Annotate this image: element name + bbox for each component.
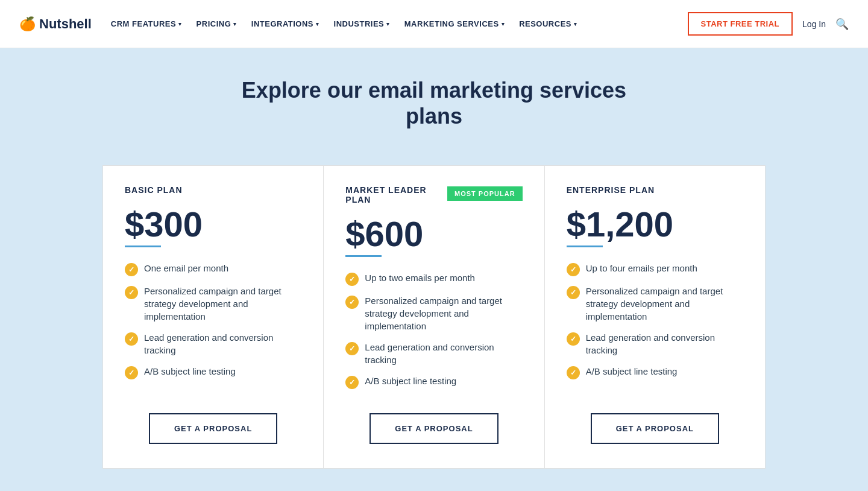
- basic-plan-underline: [125, 246, 161, 247]
- logo-text: Nutshell: [39, 16, 92, 32]
- chevron-down-icon: ▾: [502, 21, 505, 27]
- list-item: A/B subject line testing: [567, 365, 743, 379]
- list-item: Lead generation and conversion tracking: [345, 341, 522, 366]
- feature-text: Personalized campaign and target strateg…: [144, 285, 301, 323]
- chevron-down-icon: ▾: [316, 21, 319, 27]
- list-item: Lead generation and conversion tracking: [125, 331, 301, 356]
- list-item: One email per month: [125, 262, 301, 276]
- basic-plan-features: One email per month Personalized campaig…: [125, 262, 301, 379]
- nav-item-pricing[interactable]: PRICING ▾: [197, 19, 237, 28]
- list-item: Up to two emails per month: [345, 271, 522, 286]
- feature-text: Lead generation and conversion tracking: [144, 331, 301, 356]
- enterprise-plan-card: ENTERPRISE PLAN $1,200 Up to four emails…: [544, 165, 766, 469]
- market-leader-badge-row: MARKET LEADER PLAN MOST POPULAR: [345, 185, 522, 209]
- market-leader-plan-name: MARKET LEADER PLAN: [345, 185, 440, 204]
- market-leader-plan-features: Up to two emails per month Personalized …: [345, 271, 522, 389]
- chevron-down-icon: ▾: [386, 21, 390, 27]
- market-leader-plan-footer: GET A PROPOSAL: [345, 413, 522, 444]
- list-item: Lead generation and conversion tracking: [567, 331, 743, 356]
- enterprise-plan-price: $1,200: [567, 207, 743, 242]
- market-leader-plan-underline: [345, 255, 382, 257]
- nav-right: START FREE TRIAL Log In 🔍: [688, 12, 849, 36]
- check-icon: [345, 376, 359, 389]
- chevron-down-icon: ▾: [233, 21, 237, 27]
- feature-text: A/B subject line testing: [586, 365, 678, 378]
- basic-plan-name: BASIC PLAN: [125, 185, 301, 195]
- cards-wrapper: BASIC PLAN $300 One email per month Pers…: [102, 165, 766, 469]
- basic-plan-inner: BASIC PLAN $300 One email per month Pers…: [125, 185, 301, 444]
- feature-text: Lead generation and conversion tracking: [365, 341, 522, 366]
- basic-plan-price: $300: [125, 207, 301, 242]
- feature-text: Personalized campaign and target strateg…: [586, 285, 743, 323]
- chevron-down-icon: ▾: [574, 21, 577, 27]
- check-icon: [345, 296, 359, 309]
- check-icon: [125, 263, 138, 276]
- chevron-down-icon: ▾: [178, 21, 182, 27]
- logo[interactable]: 🍊 Nutshell: [19, 16, 92, 32]
- basic-plan-card: BASIC PLAN $300 One email per month Pers…: [102, 165, 323, 469]
- feature-text: A/B subject line testing: [365, 375, 456, 387]
- enterprise-plan-features: Up to four emails per month Personalized…: [567, 262, 743, 379]
- check-icon: [345, 342, 359, 355]
- feature-text: A/B subject line testing: [144, 365, 236, 378]
- check-icon: [567, 263, 580, 276]
- feature-text: Lead generation and conversion tracking: [586, 331, 743, 356]
- login-button[interactable]: Log In: [802, 19, 826, 29]
- list-item: Personalized campaign and target strateg…: [567, 285, 743, 323]
- basic-plan-cta-button[interactable]: GET A PROPOSAL: [149, 413, 277, 444]
- market-leader-plan-price: $600: [345, 217, 522, 252]
- feature-text: One email per month: [144, 262, 228, 274]
- hero-title: Explore our email marketing services pla…: [223, 77, 645, 129]
- list-item: Personalized campaign and target strateg…: [345, 294, 522, 332]
- search-icon[interactable]: 🔍: [835, 17, 849, 31]
- nav-item-industries[interactable]: INDUSTRIES ▾: [334, 19, 390, 28]
- check-icon: [125, 286, 138, 299]
- market-leader-plan-card: MARKET LEADER PLAN MOST POPULAR $600 Up …: [323, 165, 544, 469]
- feature-text: Up to two emails per month: [365, 271, 475, 284]
- enterprise-plan-footer: GET A PROPOSAL: [567, 413, 743, 444]
- check-icon: [567, 366, 580, 379]
- list-item: Personalized campaign and target strateg…: [125, 285, 301, 323]
- feature-text: Up to four emails per month: [586, 262, 697, 274]
- start-free-trial-button[interactable]: START FREE TRIAL: [688, 12, 793, 36]
- check-icon: [567, 286, 580, 299]
- enterprise-plan-underline: [567, 246, 603, 247]
- feature-text: Personalized campaign and target strateg…: [365, 294, 522, 332]
- nav-item-crm-features[interactable]: CRM FEATURES ▾: [111, 19, 182, 28]
- most-popular-badge: MOST POPULAR: [447, 186, 523, 201]
- market-leader-plan-inner: MARKET LEADER PLAN MOST POPULAR $600 Up …: [345, 185, 522, 444]
- list-item: A/B subject line testing: [345, 375, 522, 389]
- check-icon: [345, 273, 359, 286]
- check-icon: [125, 366, 138, 379]
- enterprise-plan-cta-button[interactable]: GET A PROPOSAL: [591, 413, 719, 444]
- nav-item-resources[interactable]: RESOURCES ▾: [519, 19, 577, 28]
- nav-left: 🍊 Nutshell CRM FEATURES ▾ PRICING ▾ INTE…: [19, 16, 577, 32]
- logo-icon: 🍊: [19, 16, 36, 32]
- basic-plan-footer: GET A PROPOSAL: [125, 413, 301, 444]
- check-icon: [125, 332, 138, 346]
- enterprise-plan-name: ENTERPRISE PLAN: [567, 185, 743, 195]
- enterprise-plan-inner: ENTERPRISE PLAN $1,200 Up to four emails…: [567, 185, 743, 444]
- hero-section: Explore our email marketing services pla…: [0, 48, 868, 165]
- nav-menu: CRM FEATURES ▾ PRICING ▾ INTEGRATIONS ▾ …: [111, 19, 577, 28]
- nav-item-integrations[interactable]: INTEGRATIONS ▾: [251, 19, 319, 28]
- nav-item-marketing-services[interactable]: MARKETING SERVICES ▾: [404, 19, 505, 28]
- market-leader-plan-cta-button[interactable]: GET A PROPOSAL: [370, 413, 498, 444]
- list-item: Up to four emails per month: [567, 262, 743, 276]
- navbar: 🍊 Nutshell CRM FEATURES ▾ PRICING ▾ INTE…: [0, 0, 868, 48]
- pricing-cards-section: BASIC PLAN $300 One email per month Pers…: [0, 165, 868, 491]
- list-item: A/B subject line testing: [125, 365, 301, 379]
- check-icon: [567, 332, 580, 346]
